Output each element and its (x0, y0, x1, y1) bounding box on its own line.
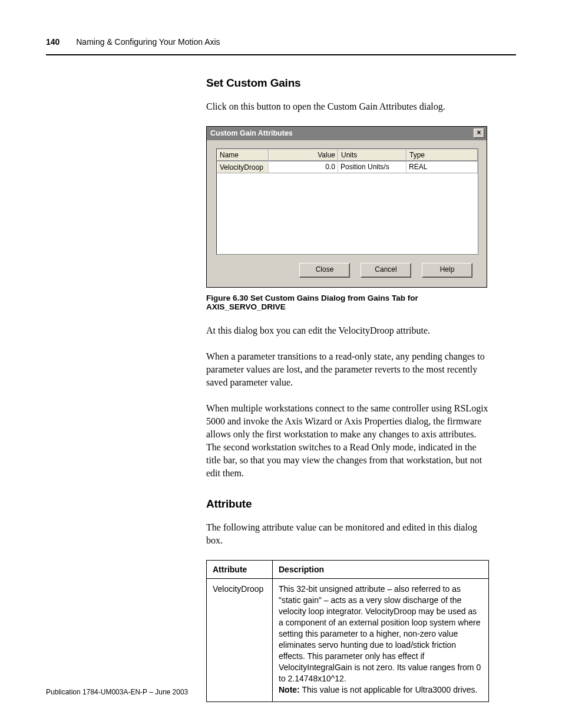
close-button[interactable]: Close (299, 263, 350, 278)
attr-th-description: Description (273, 561, 489, 579)
paragraph-1: At this dialog box you can edit the Velo… (206, 324, 489, 337)
cancel-button[interactable]: Cancel (361, 263, 411, 278)
attribute-intro: The following attribute value can be mon… (206, 521, 489, 547)
grid-header-units: Units (338, 149, 406, 161)
publication-footer: Publication 1784-UM003A-EN-P – June 2003 (46, 688, 188, 696)
grid-header-value: Value (269, 149, 338, 161)
row-type-cell: REAL (406, 162, 478, 173)
attr-th-attribute: Attribute (207, 561, 273, 579)
figure-caption: Figure 6.30 Set Custom Gains Dialog from… (206, 294, 489, 311)
help-button[interactable]: Help (422, 263, 472, 278)
close-icon[interactable]: × (474, 129, 484, 138)
attr-cell-name: VelocityDroop (207, 579, 273, 702)
dialog-titlebar: Custom Gain Attributes × (207, 127, 487, 140)
attr-note-label: Note: (279, 685, 300, 694)
dialog-title-text: Custom Gain Attributes (210, 129, 293, 137)
custom-gain-attributes-dialog: Custom Gain Attributes × Name Value Unit… (206, 126, 487, 288)
section-heading-set-custom-gains: Set Custom Gains (206, 77, 489, 90)
attr-cell-description: This 32-bit unsigned attribute – also re… (273, 579, 489, 702)
header-rule (46, 54, 516, 55)
attribute-heading: Attribute (206, 498, 489, 510)
intro-paragraph: Click on this button to open the Custom … (206, 100, 489, 113)
row-units-cell: Position Units/s (338, 162, 406, 173)
running-header: 140 Naming & Configuring Your Motion Axi… (46, 38, 516, 52)
paragraph-2: When a parameter transitions to a read-o… (206, 350, 489, 389)
page-number: 140 (46, 37, 59, 47)
grid-header-name: Name (217, 149, 269, 161)
grid-header-type: Type (406, 149, 478, 161)
attr-desc-text: This 32-bit unsigned attribute – also re… (279, 584, 481, 683)
paragraph-3: When multiple workstations connect to th… (206, 402, 489, 480)
table-row: VelocityDroop This 32-bit unsigned attri… (207, 579, 489, 702)
attr-note-text: This value is not applicable for Ultra30… (300, 685, 478, 694)
chapter-title: Naming & Configuring Your Motion Axis (76, 37, 220, 47)
row-value-cell[interactable]: 0.0 (269, 162, 338, 173)
gain-grid[interactable]: Name Value Units Type VelocityDroop 0.0 … (216, 149, 478, 255)
attribute-table: Attribute Description VelocityDroop This… (206, 560, 489, 702)
row-name-cell[interactable]: VelocityDroop (217, 162, 269, 173)
